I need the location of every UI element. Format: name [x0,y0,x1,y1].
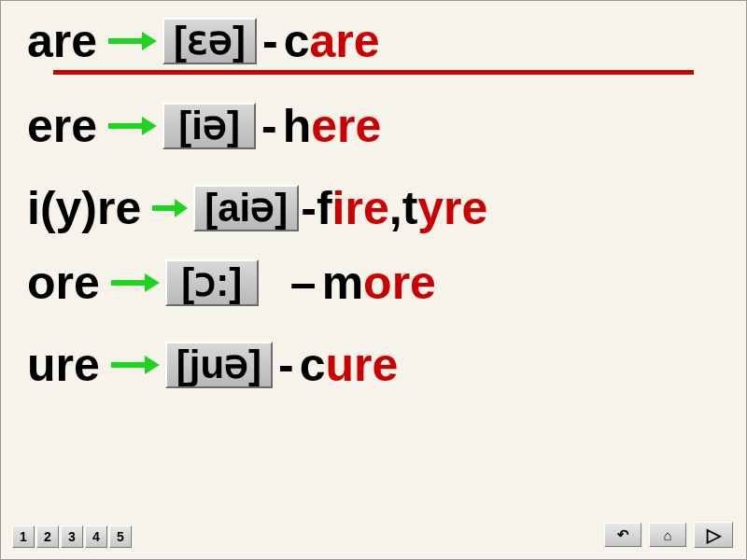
svg-marker-7 [145,273,160,292]
pattern-label: are [27,18,97,64]
arrow-icon [150,197,188,219]
page-2-button[interactable]: 2 [36,525,59,548]
word-ending: are [310,18,380,64]
svg-marker-3 [142,117,157,135]
svg-marker-9 [145,356,160,374]
dash: - [261,103,277,149]
word-stem: c [300,342,326,388]
nav-group: ↶ ⌂ ▷ [604,522,733,548]
pattern-ore: ore [ɔ:] – more [27,259,720,306]
word-stem: h [283,103,312,149]
dash: – [290,259,317,306]
arrow-icon [106,30,157,52]
ipa-box: [aiə] [193,185,299,231]
ipa-box: [juə] [165,342,273,388]
word2-stem: t [402,185,418,231]
ipa-box: [ɛə] [162,18,257,64]
pattern-ere: ere [iə] - here [27,103,720,149]
footer: 1 2 3 4 5 ↶ ⌂ ▷ [12,522,733,548]
dash: - [301,185,317,231]
underline [53,70,694,75]
dash: - [278,342,294,388]
arrow-icon [109,272,160,294]
pager: 1 2 3 4 5 [12,525,134,548]
page-4-button[interactable]: 4 [85,525,107,548]
pattern-label: i(y)re [27,185,141,231]
comma: , [389,185,402,231]
word-ending: ore [363,259,436,306]
pattern-ure: ure [juə] - cure [27,342,720,388]
next-button[interactable]: ▷ [694,522,733,548]
undo-button[interactable]: ↶ [604,523,641,547]
svg-marker-1 [142,32,157,50]
word-ending: ire [332,185,389,231]
page-5-button[interactable]: 5 [109,525,132,548]
page-3-button[interactable]: 3 [61,525,83,548]
pattern-label: ure [27,342,100,388]
ipa-box: [iə] [162,103,256,149]
word2-ending: yre [417,185,487,231]
page-1-button[interactable]: 1 [12,525,35,548]
pattern-label: ere [27,103,97,149]
arrow-icon [109,354,160,376]
word-stem: m [322,259,363,306]
word-ending: ure [326,342,399,388]
ipa-box: [ɔ:] [165,259,259,306]
word-stem: f [317,185,332,231]
dash: - [262,18,278,64]
pattern-are: are [ɛə] - care [27,18,720,64]
pattern-ire: i(y)re [aiə] - fire,tyre [27,185,720,231]
word-stem: c [284,18,310,64]
word-ending: ere [311,103,381,149]
slide-content: are [ɛə] - care ere [iə] - here i(y)re [… [1,1,746,388]
svg-marker-5 [175,199,188,217]
arrow-icon [106,115,157,137]
pattern-label: ore [27,259,100,306]
home-button[interactable]: ⌂ [649,523,686,547]
